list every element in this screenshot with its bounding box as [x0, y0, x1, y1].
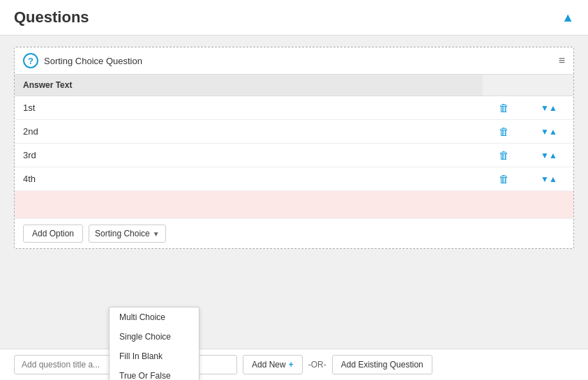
row-sort-cell: ▼▲ — [525, 167, 573, 191]
table-header-row: Answer Text — [15, 75, 573, 96]
row-sort-cell: ▼▲ — [525, 120, 573, 144]
add-option-button[interactable]: Add Option — [23, 225, 83, 243]
sort-up-icon[interactable]: ▲ — [549, 174, 557, 184]
card-header: ? Sorting Choice Question ≡ — [15, 47, 573, 74]
add-new-label: Add New — [252, 360, 286, 370]
row-text: 2nd — [15, 120, 483, 144]
delete-icon[interactable]: 🗑 — [499, 102, 509, 114]
row-sort-cell: ▼▲ — [525, 96, 573, 120]
sort-up-icon[interactable]: ▲ — [549, 127, 557, 137]
card-title: Sorting Choice Question — [44, 56, 142, 66]
col-answer-text: Answer Text — [15, 75, 483, 96]
col-action — [483, 75, 525, 96]
add-existing-button[interactable]: Add Existing Question — [332, 355, 432, 374]
delete-icon[interactable]: 🗑 — [499, 149, 509, 161]
row-delete-cell: 🗑 — [483, 167, 525, 191]
empty-row — [15, 191, 573, 219]
sort-down-icon[interactable]: ▼ — [541, 151, 549, 160]
or-text: -OR- — [308, 360, 326, 370]
menu-icon[interactable]: ≡ — [559, 54, 565, 67]
sorting-choice-dropdown[interactable]: Sorting Choice ▼ — [89, 225, 166, 243]
row-sort-cell: ▼▲ — [525, 144, 573, 167]
dropdown-item-true-or-false[interactable]: True Or False — [110, 366, 199, 380]
row-text: 3rd — [15, 144, 483, 167]
dropdown-arrow-icon: ▼ — [153, 230, 160, 238]
table-row: 1st 🗑 ▼▲ — [15, 96, 573, 120]
row-text: 1st — [15, 96, 483, 120]
sort-down-icon[interactable]: ▼ — [541, 127, 549, 137]
row-delete-cell: 🗑 — [483, 144, 525, 167]
sort-arrows[interactable]: ▼▲ — [541, 127, 557, 137]
dropdown-item-single-choice[interactable]: Single Choice — [110, 327, 199, 347]
row-delete-cell: 🗑 — [483, 120, 525, 144]
plus-icon: + — [289, 360, 294, 370]
sort-up-icon[interactable]: ▲ — [549, 103, 557, 113]
help-icon: ? — [23, 53, 38, 68]
sort-arrows[interactable]: ▼▲ — [541, 103, 557, 113]
row-text: 4th — [15, 167, 483, 191]
dropdown-label: Sorting Choice — [95, 229, 150, 238]
col-sort — [525, 75, 573, 96]
page-title: Questions — [14, 8, 89, 26]
delete-icon[interactable]: 🗑 — [499, 173, 509, 185]
sort-arrows[interactable]: ▼▲ — [541, 151, 557, 160]
answer-table: Answer Text 1st 🗑 ▼▲ 2nd 🗑 — [15, 74, 573, 219]
footer-bar: Add New + -OR- Add Existing Question — [0, 349, 588, 380]
main-content: ? Sorting Choice Question ≡ Answer Text … — [0, 36, 588, 267]
table-row: 2nd 🗑 ▼▲ — [15, 120, 573, 144]
dropdown-item-multi-choice[interactable]: Multi Choice — [110, 307, 199, 327]
row-delete-cell: 🗑 — [483, 96, 525, 120]
dropdown-menu: Multi ChoiceSingle ChoiceFill In BlankTr… — [109, 307, 199, 380]
header-triangle-icon: ▲ — [561, 10, 574, 25]
page-header: Questions ▲ — [0, 0, 588, 36]
sort-arrows[interactable]: ▼▲ — [541, 174, 557, 184]
table-row: 3rd 🗑 ▼▲ — [15, 144, 573, 167]
delete-icon[interactable]: 🗑 — [499, 126, 509, 137]
bottom-toolbar: Add Option Sorting Choice ▼ — [15, 219, 573, 248]
table-row: 4th 🗑 ▼▲ — [15, 167, 573, 191]
question-card: ? Sorting Choice Question ≡ Answer Text … — [14, 47, 574, 249]
dropdown-item-fill-in-blank[interactable]: Fill In Blank — [110, 347, 199, 366]
sort-down-icon[interactable]: ▼ — [541, 103, 549, 113]
card-header-left: ? Sorting Choice Question — [23, 53, 142, 68]
sort-up-icon[interactable]: ▲ — [549, 151, 557, 160]
sort-down-icon[interactable]: ▼ — [541, 174, 549, 184]
add-new-button[interactable]: Add New + — [243, 355, 303, 374]
